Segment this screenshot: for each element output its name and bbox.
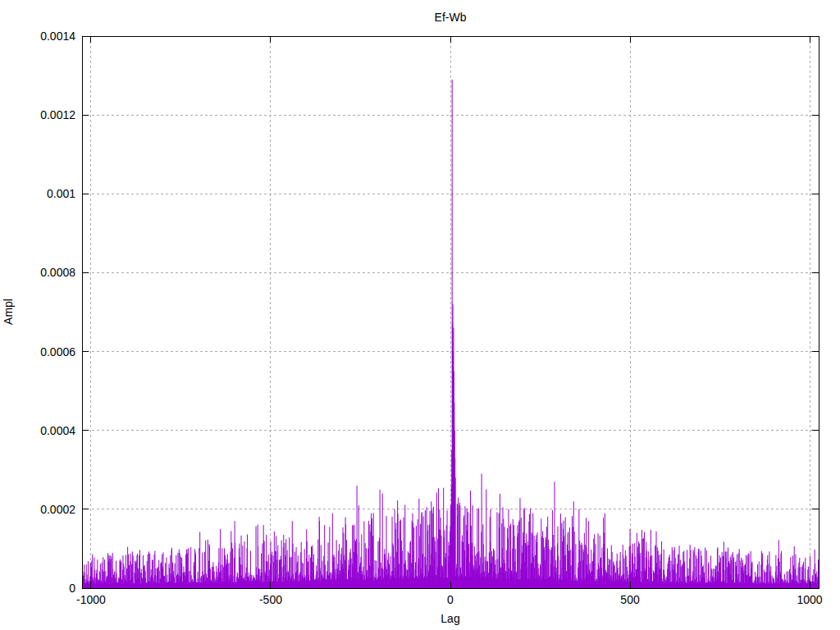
y-tick-label: 0.0004 (40, 424, 75, 437)
chart-canvas: -1000-50005001000 00.00020.00040.00060.0… (0, 0, 840, 630)
x-tick-label: -500 (259, 593, 282, 606)
y-tick-label: 0.0006 (40, 345, 75, 358)
y-tick-label: 0 (69, 582, 75, 595)
chart-window: -1000-50005001000 00.00020.00040.00060.0… (0, 0, 840, 630)
x-axis-label: Lag (441, 612, 459, 625)
y-tick-label: 0.0002 (40, 503, 75, 516)
x-tick-label: 500 (620, 593, 640, 606)
y-tick-label: 0.0014 (40, 30, 75, 43)
y-tick-label: 0.0012 (40, 108, 75, 121)
x-tick-label: 0 (447, 593, 454, 606)
y-axis-label: Ampl (2, 299, 15, 325)
x-tick-label: -1000 (76, 593, 106, 606)
x-tick-label: 1000 (797, 593, 822, 606)
chart-title: Ef-Wb (435, 11, 467, 24)
y-tick-labels: 00.00020.00040.00060.00080.0010.00120.00… (40, 30, 75, 595)
x-tick-labels: -1000-50005001000 (76, 593, 823, 606)
y-tick-label: 0.001 (47, 187, 75, 200)
y-tick-label: 0.0008 (40, 266, 75, 279)
